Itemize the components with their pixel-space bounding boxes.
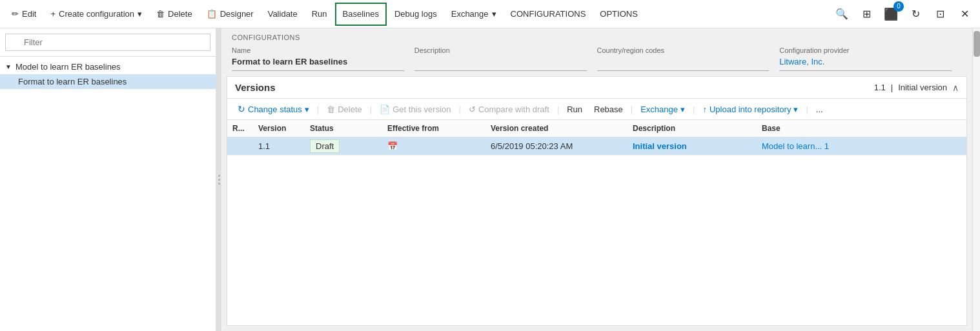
- tree-parent-item[interactable]: ▼ Model to learn ER baselines: [0, 59, 216, 74]
- cell-effective-from: 📅: [382, 137, 485, 155]
- baselines-label: Baselines: [343, 9, 379, 19]
- change-status-button[interactable]: ↻ Change status ▾: [232, 101, 314, 117]
- ver-separator-6: |: [693, 105, 695, 114]
- exchange-version-button[interactable]: Exchange ▾: [635, 102, 690, 117]
- table-scroll: R... Version Status Effective from Versi…: [227, 120, 966, 325]
- version-num: 1.1: [874, 83, 886, 92]
- change-status-label: Change status: [248, 105, 302, 114]
- cell-version-created: 6/5/2019 05:20:23 AM: [485, 137, 628, 155]
- compare-with-draft-button[interactable]: ↺ Compare with draft: [464, 102, 555, 117]
- get-version-icon: 📄: [380, 105, 390, 114]
- versions-toolbar: ↻ Change status ▾ | 🗑 Delete | 📄 Get thi…: [227, 99, 966, 120]
- ver-separator-3: |: [459, 105, 461, 114]
- filter-box: 🔍: [0, 28, 216, 57]
- filter-input[interactable]: [5, 34, 210, 51]
- table-header: R... Version Status Effective from Versi…: [227, 120, 966, 137]
- get-this-version-button[interactable]: 📄 Get this version: [374, 102, 456, 117]
- exchange-button[interactable]: Exchange ▾: [445, 3, 503, 26]
- debug-logs-label: Debug logs: [394, 9, 437, 19]
- refresh-icon: ↻: [912, 8, 920, 20]
- drag-dot: [218, 183, 220, 185]
- close-icon: ✕: [961, 8, 969, 20]
- notification-area: ⬛ 0: [881, 4, 901, 25]
- create-label: Create configuration: [59, 9, 134, 19]
- restore-button[interactable]: ⊡: [930, 4, 950, 25]
- versions-meta: 1.1 | Initial version ∧: [874, 83, 959, 93]
- config-provider-field: Configuration provider Litware, Inc.: [779, 46, 962, 71]
- edit-icon: ✏: [12, 9, 19, 19]
- config-provider-value[interactable]: Litware, Inc.: [779, 57, 952, 71]
- config-provider-label: Configuration provider: [779, 46, 952, 54]
- config-name-value: Format to learn ER baselines: [232, 57, 404, 71]
- close-button[interactable]: ✕: [954, 4, 975, 25]
- cell-status: Draft: [305, 137, 382, 155]
- options-button[interactable]: OPTIONS: [593, 3, 644, 26]
- edit-button[interactable]: ✏ Edit: [5, 3, 43, 26]
- col-header-version-created: Version created: [485, 120, 628, 137]
- ver-separator-2: |: [370, 105, 372, 114]
- run-button[interactable]: Run: [305, 3, 334, 26]
- configurations-button[interactable]: CONFIGURATIONS: [504, 3, 593, 26]
- designer-label: Designer: [220, 9, 254, 19]
- col-header-status: Status: [305, 120, 382, 137]
- more-options-label: ...: [816, 105, 823, 114]
- run-version-label: Run: [567, 105, 582, 114]
- drag-dot: [218, 179, 220, 181]
- drag-handle[interactable]: [216, 28, 221, 331]
- cell-r: [227, 137, 253, 155]
- upload-repository-button[interactable]: ↑ Upload into repository ▾: [697, 102, 803, 117]
- cell-version: 1.1: [253, 137, 305, 155]
- more-options-button[interactable]: ...: [811, 102, 828, 117]
- debug-logs-button[interactable]: Debug logs: [388, 3, 444, 26]
- ver-separator-7: |: [806, 105, 808, 114]
- designer-icon: 📋: [207, 9, 217, 19]
- restore-icon: ⊡: [936, 8, 944, 20]
- exchange-version-label: Exchange: [640, 105, 678, 114]
- create-configuration-button[interactable]: + Create configuration ▾: [44, 3, 148, 26]
- change-status-icon: ↻: [238, 104, 245, 114]
- tree-child-label: Format to learn ER baselines: [18, 77, 127, 86]
- config-header: CONFIGURATIONS Name Format to learn ER b…: [221, 28, 972, 76]
- versions-table: R... Version Status Effective from Versi…: [227, 120, 966, 155]
- main-layout: 🔍 ▼ Model to learn ER baselines Format t…: [0, 28, 980, 331]
- get-this-version-label: Get this version: [393, 105, 451, 114]
- settings-button[interactable]: ⊞: [856, 4, 877, 25]
- options-label: OPTIONS: [600, 9, 638, 19]
- tree-parent-label: Model to learn ER baselines: [15, 62, 121, 72]
- plus-icon: +: [50, 9, 56, 19]
- table-header-row: R... Version Status Effective from Versi…: [227, 120, 966, 137]
- main-toolbar: ✏ Edit + Create configuration ▾ 🗑 Delete…: [0, 0, 980, 28]
- delete-version-button[interactable]: 🗑 Delete: [322, 102, 367, 117]
- validate-button[interactable]: Validate: [261, 3, 304, 26]
- run-label: Run: [312, 9, 327, 19]
- ver-separator-5: |: [631, 105, 633, 114]
- delete-icon: 🗑: [156, 9, 165, 19]
- baselines-button[interactable]: Baselines: [335, 3, 387, 26]
- scrollbar[interactable]: [972, 28, 980, 331]
- refresh-button[interactable]: ↻: [905, 4, 926, 25]
- compare-icon: ↺: [469, 105, 476, 114]
- tree-child-item[interactable]: Format to learn ER baselines: [0, 74, 216, 89]
- notification-badge: 0: [893, 1, 904, 12]
- tree-area: ▼ Model to learn ER baselines Format to …: [0, 57, 216, 331]
- scrollbar-thumb[interactable]: [974, 31, 980, 57]
- search-toolbar-button[interactable]: 🔍: [832, 4, 852, 25]
- versions-panel: Versions 1.1 | Initial version ∧ ↻ Chang…: [227, 76, 967, 326]
- config-name-label: Name: [232, 46, 404, 54]
- collapse-button[interactable]: ∧: [952, 83, 959, 93]
- config-description-field: Description: [414, 46, 597, 71]
- drag-dots: [218, 175, 220, 185]
- config-section-title: CONFIGURATIONS: [232, 34, 962, 41]
- table-row[interactable]: 1.1 Draft 📅 6/5/2019 05:20:23 AM Initial…: [227, 137, 966, 155]
- delete-button[interactable]: 🗑 Delete: [150, 3, 199, 26]
- col-header-r: R...: [227, 120, 253, 137]
- version-label: Initial version: [898, 83, 947, 92]
- settings-icon: ⊞: [863, 8, 871, 20]
- config-description-value: [414, 57, 587, 71]
- designer-button[interactable]: 📋 Designer: [200, 3, 260, 26]
- col-header-description: Description: [628, 120, 757, 137]
- col-header-effective-from: Effective from: [382, 120, 485, 137]
- exchange-label: Exchange: [451, 9, 489, 19]
- rebase-button[interactable]: Rebase: [589, 102, 628, 117]
- run-version-button[interactable]: Run: [562, 102, 587, 117]
